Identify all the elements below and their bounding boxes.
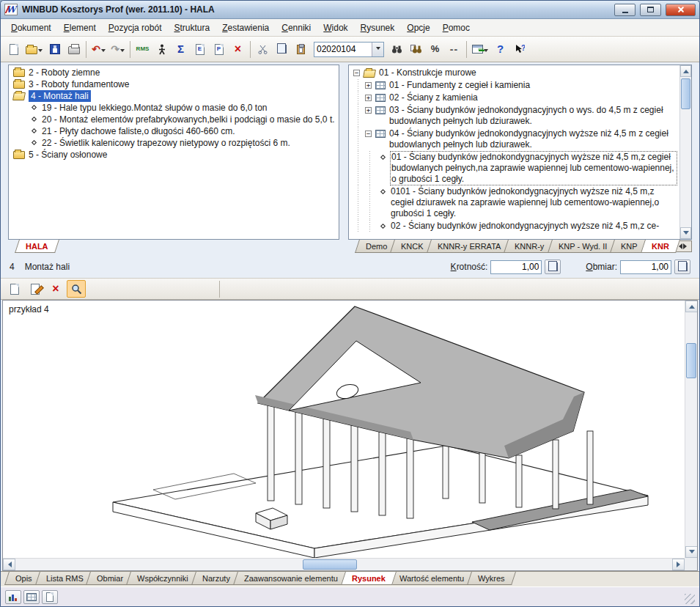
krotnosc-input[interactable] [490, 260, 542, 274]
maximize-button[interactable] [640, 4, 661, 16]
expand-icon[interactable] [365, 107, 372, 114]
edit-drawing-button[interactable] [26, 280, 45, 298]
drawing-vertical-scrollbar[interactable] [685, 301, 697, 558]
estimate-tree[interactable]: 2 - Roboty ziemne 3 - Roboty fundamentow… [8, 65, 339, 240]
tree-item[interactable]: 19 - Hale typu lekkiego.Montaż słupów o … [9, 102, 339, 114]
menu-rysunek[interactable]: Rysunek [355, 21, 401, 35]
tree-item[interactable]: 3 - Roboty fundamentowe [9, 78, 339, 90]
dashes-button[interactable]: -- [445, 40, 463, 59]
scroll-right-button[interactable] [672, 559, 685, 570]
tab-wartosc-elementu[interactable]: Wartość elementu [388, 572, 475, 585]
scroll-up-button[interactable] [685, 301, 698, 312]
resize-grip[interactable] [685, 594, 695, 604]
cut-button[interactable] [254, 40, 272, 59]
tab-knr[interactable]: KNR [641, 240, 680, 253]
scroll-thumb[interactable] [303, 559, 357, 570]
context-help-button[interactable]: ? [510, 40, 528, 59]
find-next-button[interactable] [407, 40, 425, 59]
tree-item-selected[interactable]: 4 - Montaż hali [9, 90, 339, 102]
element-doc-button[interactable]: E [191, 40, 209, 59]
catalog-tree[interactable]: 01 - Konstrukcje murowe 01 - Fundamenty … [348, 65, 692, 240]
element-bar: 4 Montaż hali Krotność: Obmiar: [1, 256, 699, 278]
tab-wspolczynniki[interactable]: Współczynniki [127, 572, 200, 585]
tab-rysunek[interactable]: Rysunek [341, 572, 397, 585]
export-button[interactable] [470, 40, 490, 59]
copy-button[interactable] [273, 40, 291, 59]
scroll-thumb[interactable] [686, 343, 696, 378]
percent-edit-button[interactable]: % [426, 40, 444, 59]
scroll-down-button[interactable] [680, 227, 691, 239]
drawing-horizontal-scrollbar[interactable] [3, 558, 685, 570]
undo-button[interactable]: ↶ [89, 40, 108, 59]
tab-knnr-y-errata[interactable]: KNNR-y ERRATA [427, 240, 512, 253]
help-button[interactable]: ? [491, 40, 509, 59]
save-button[interactable] [45, 40, 64, 59]
tree-item[interactable]: 01 - Fundamenty z cegieł i kamienia [349, 79, 691, 92]
tree-item[interactable]: 21 - Płyty dachowe faliste,o długości 46… [9, 125, 339, 137]
tab-wykres[interactable]: Wykres [467, 572, 515, 585]
menu-zestawienia[interactable]: Zestawienia [216, 21, 275, 35]
scroll-left-button[interactable] [3, 559, 15, 570]
worker-button[interactable] [152, 40, 171, 59]
catalog-code-input[interactable] [314, 43, 372, 56]
delete-button[interactable]: × [229, 40, 247, 59]
tab-zaawansowanie-elementu[interactable]: Zaawansowanie elementu [233, 572, 349, 585]
tree-item[interactable]: 0101 - Ściany budynków jednokondygnacyjn… [349, 185, 691, 220]
folder-icon [13, 69, 25, 77]
paste-button[interactable] [292, 40, 310, 59]
statusbar-chart-button[interactable] [5, 590, 21, 604]
tree-item[interactable]: 20 - Montaż elementów prefabrykowanych,b… [9, 114, 339, 125]
tree-item[interactable]: 02 - Ściany z kamienia [349, 92, 691, 104]
tree-item[interactable]: 2 - Roboty ziemne [9, 67, 339, 78]
zoom-button[interactable] [67, 280, 86, 298]
obmiar-copy-button[interactable] [674, 260, 690, 274]
position-doc-button[interactable]: P [210, 40, 228, 59]
scroll-down-button[interactable] [685, 546, 698, 558]
catalog-code-combobox[interactable] [314, 42, 384, 57]
tree-item-focused[interactable]: 01 - Ściany budynków jednokondygnacyjnyc… [349, 151, 691, 185]
find-button[interactable] [388, 40, 406, 59]
tab-lista-rms[interactable]: Lista RMS [35, 572, 95, 585]
tree-item[interactable]: 5 - Ściany osłonowe [9, 149, 339, 161]
estimate-tabs: HALA [8, 240, 339, 256]
obmiar-input[interactable] [620, 260, 671, 274]
tab-hala[interactable]: HALA [15, 240, 59, 253]
menu-dokument[interactable]: Dokument [5, 21, 57, 35]
redo-button[interactable]: ↷ [108, 40, 127, 59]
table-icon [26, 593, 37, 601]
tab-knp-wyd-ii[interactable]: KNP - Wyd. II [548, 240, 618, 253]
print-button[interactable] [65, 40, 83, 59]
menu-pozycja-robot[interactable]: Pozycja robót [103, 21, 168, 35]
delete-drawing-button[interactable]: × [46, 280, 65, 298]
expand-icon[interactable] [365, 82, 372, 89]
menu-opcje[interactable]: Opcje [401, 21, 435, 35]
tree-item[interactable]: 01 - Konstrukcje murowe [349, 67, 691, 79]
scroll-thumb[interactable] [681, 78, 690, 109]
tree-item[interactable]: 04 - Ściany budynków jednokondygnacyjnyc… [349, 128, 691, 151]
open-document-button[interactable] [23, 40, 45, 59]
menu-widok[interactable]: Widok [317, 21, 353, 35]
scroll-up-button[interactable] [680, 65, 691, 77]
expand-icon[interactable] [365, 95, 372, 101]
sum-button[interactable]: Σ [172, 40, 190, 59]
menu-cenniki[interactable]: Cenniki [276, 21, 317, 35]
statusbar-sheet-button[interactable] [42, 590, 58, 604]
new-document-button[interactable] [4, 40, 23, 59]
minimize-button[interactable] [614, 4, 635, 16]
tree-item[interactable]: 22 - Świetlik kalenicowy trapezowy niety… [9, 137, 339, 149]
collapse-icon[interactable] [353, 70, 360, 76]
krotnosc-copy-button[interactable] [545, 260, 561, 274]
new-drawing-button[interactable] [5, 280, 24, 298]
drawing-area[interactable]: przykład 4 [2, 300, 698, 571]
collapse-icon[interactable] [365, 130, 372, 137]
rms-button[interactable]: RMS [133, 40, 152, 59]
combobox-dropdown-button[interactable] [372, 43, 383, 56]
menu-pomoc[interactable]: Pomoc [437, 21, 476, 35]
tree-item[interactable]: 03 - Ściany budynków jednokondygnacyjnyc… [349, 104, 691, 128]
tree-item[interactable]: 02 - Ściany budynków jednokondygnacyjnyc… [349, 220, 691, 232]
catalog-scrollbar[interactable] [679, 65, 691, 239]
close-button[interactable] [666, 4, 696, 16]
menu-struktura[interactable]: Struktura [168, 21, 215, 35]
menu-element[interactable]: Element [58, 21, 102, 35]
statusbar-table-button[interactable] [23, 590, 40, 604]
